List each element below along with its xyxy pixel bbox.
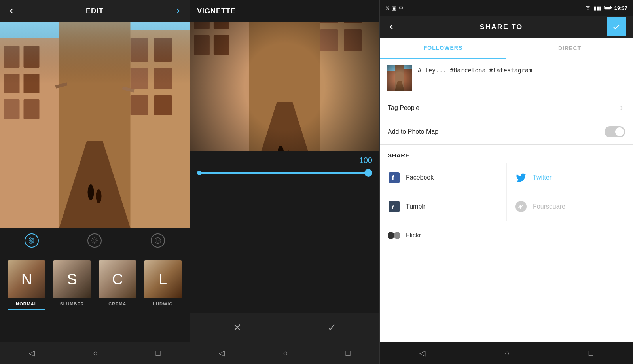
back-nav-icon[interactable]: ◁ (29, 348, 35, 358)
tumblr-icon: t (388, 200, 400, 213)
share-bottom-nav: ◁ ○ □ (380, 342, 633, 364)
filters-row: N NORMAL S SLUMBER C CREMA L LUDWIG (0, 253, 190, 310)
slider-start-dot (197, 171, 202, 175)
facebook-icon: f (388, 171, 400, 184)
filter-ludwig[interactable]: L LUDWIG (140, 260, 186, 310)
battery-icon (604, 5, 612, 11)
slider-track (197, 172, 372, 174)
vignette-actions: ✕ ✓ (190, 313, 379, 342)
filter-active-indicator (8, 309, 45, 310)
twitter-status-icon: 𝕏 (385, 5, 389, 11)
svg-rect-71 (389, 201, 400, 212)
share-title: SHARE TO (480, 23, 523, 31)
svg-rect-60 (605, 7, 610, 9)
twitter-label: Twitter (533, 174, 552, 181)
svg-text:f: f (392, 174, 394, 182)
flickr-share-item[interactable]: Flickr (380, 221, 506, 250)
vignette-photo (190, 22, 379, 151)
svg-point-75 (388, 232, 394, 239)
vignette-panel: VIGNETTE (190, 0, 380, 364)
svg-line-35 (93, 238, 93, 239)
tab-followers[interactable]: FOLLOWERS (380, 38, 506, 59)
forward-button[interactable] (174, 7, 182, 15)
share-header: SHARE TO (380, 16, 633, 38)
share-confirm-button[interactable] (607, 17, 626, 36)
svg-point-76 (394, 232, 400, 239)
svg-point-29 (30, 242, 32, 243)
adjust-tool-button[interactable] (25, 233, 39, 248)
photo-map-label: Add to Photo Map (388, 128, 605, 135)
share-tabs: FOLLOWERS DIRECT (380, 38, 633, 59)
home-nav-icon[interactable]: ○ (93, 349, 98, 358)
slider-container[interactable] (197, 168, 372, 178)
filter-crema[interactable]: C CREMA (95, 260, 140, 310)
status-left-icons: 𝕏 ▣ ✉ (385, 5, 403, 11)
share-grid: f Facebook Twitter t (380, 163, 633, 250)
foursquare-share-item[interactable]: 4 Foursquare (506, 192, 633, 221)
edit-bottom-nav: ◁ ○ □ (0, 342, 190, 364)
share-section-title: SHARE (380, 145, 633, 163)
filter-crema-label: CREMA (108, 301, 126, 306)
edit-title: EDIT (86, 7, 104, 15)
svg-text:t: t (392, 203, 394, 210)
svg-point-30 (93, 239, 96, 242)
foursquare-icon: 4 (515, 200, 527, 213)
filter-slumber-label: SLUMBER (60, 301, 84, 306)
svg-rect-23 (0, 22, 190, 228)
svg-text:4: 4 (518, 203, 522, 210)
filter-slumber[interactable]: S SLUMBER (49, 260, 95, 310)
recent-nav-icon-2[interactable]: □ (346, 349, 351, 358)
status-bar: 𝕏 ▣ ✉ ▮▮▮ 19:37 (380, 0, 633, 16)
svg-rect-68 (387, 65, 412, 91)
facebook-label: Facebook (406, 174, 434, 181)
status-right-area: ▮▮▮ 19:37 (585, 5, 627, 11)
confirm-button[interactable]: ✓ (328, 322, 336, 334)
photo-map-row: Add to Photo Map (380, 119, 633, 145)
twitter-share-item[interactable]: Twitter (506, 163, 633, 192)
tab-direct[interactable]: DIRECT (506, 38, 633, 59)
foursquare-label: Foursquare (533, 203, 565, 210)
home-nav-icon-3[interactable]: ○ (504, 349, 509, 358)
tag-people-chevron (618, 104, 625, 112)
slider-thumb[interactable] (364, 169, 372, 177)
share-panel: 𝕏 ▣ ✉ ▮▮▮ 19:37 (380, 0, 633, 364)
svg-point-27 (29, 238, 31, 239)
wifi-icon (585, 5, 591, 11)
cancel-button[interactable]: ✕ (233, 322, 242, 334)
svg-line-37 (93, 243, 93, 243)
back-nav-icon-3[interactable]: ◁ (419, 348, 425, 358)
filter-normal[interactable]: N NORMAL (4, 260, 49, 310)
time-display: 19:37 (614, 5, 627, 11)
svg-point-28 (32, 240, 34, 241)
facebook-share-item[interactable]: f Facebook (380, 163, 506, 192)
brightness-tool-button[interactable] (87, 233, 102, 248)
photo-map-toggle[interactable] (605, 126, 625, 137)
tag-people-row[interactable]: Tag People (380, 97, 633, 119)
svg-point-41 (157, 240, 158, 241)
vignette-title: VIGNETTE (197, 7, 236, 15)
signal-icon: ▮▮▮ (593, 5, 602, 11)
vignette-tool-button[interactable] (151, 233, 165, 248)
slider-area: 100 (190, 151, 379, 185)
share-back-button[interactable] (387, 23, 396, 31)
twitter-icon (515, 171, 527, 184)
svg-line-38 (97, 238, 97, 239)
filter-ludwig-label: LUDWIG (153, 301, 173, 306)
mail-status-icon: ✉ (399, 5, 403, 11)
svg-line-36 (97, 243, 97, 243)
svg-point-39 (155, 238, 161, 244)
back-button[interactable] (7, 7, 16, 15)
back-nav-icon-2[interactable]: ◁ (219, 348, 225, 358)
filter-normal-label: NORMAL (16, 301, 37, 306)
caption-input[interactable]: Alley... #Barcelona #latestagram (418, 65, 626, 91)
edit-panel: EDIT (0, 0, 190, 364)
recent-nav-icon-3[interactable]: □ (589, 349, 593, 358)
photo-status-icon: ▣ (392, 5, 396, 11)
svg-rect-58 (190, 22, 379, 151)
tumblr-share-item[interactable]: t Tumblr (380, 192, 506, 221)
vignette-spacer (190, 185, 379, 314)
flickr-icon (388, 229, 400, 242)
caption-thumbnail (387, 65, 412, 91)
home-nav-icon-2[interactable]: ○ (283, 349, 288, 358)
recent-nav-icon[interactable]: □ (156, 349, 161, 358)
